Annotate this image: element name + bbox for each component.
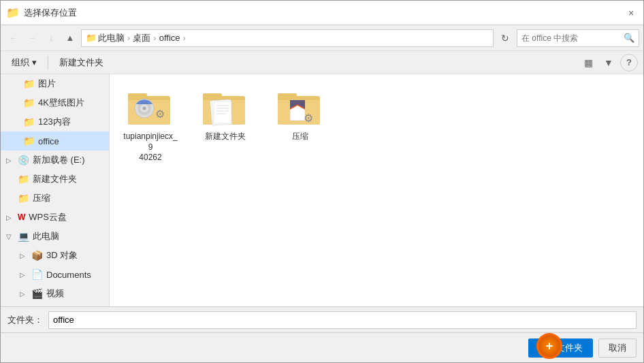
- folder-icon: 📁: [23, 116, 35, 127]
- file-item-folder3[interactable]: ⚙ 压缩: [273, 88, 327, 142]
- sidebar-item-pictures[interactable]: 📁 图片: [1, 74, 109, 93]
- path-folder-label: office: [159, 33, 180, 43]
- select-folder-button[interactable]: 选择文件夹: [528, 338, 593, 358]
- address-path[interactable]: 📁 此电脑 › 桌面 › office ›: [81, 29, 494, 47]
- folder-icon: 📁: [18, 174, 29, 185]
- expand-arrow: ▷: [6, 214, 14, 221]
- filename-label: 文件夹：: [7, 314, 43, 326]
- files-area: ⚙ tupianpinjiecx_940262: [110, 74, 643, 306]
- address-bar-row: ← → ↓ ▲ 📁 此电脑 › 桌面 › office › ↻ 🔍: [1, 25, 643, 51]
- svg-rect-13: [214, 101, 231, 123]
- toolbar-right: ▦ ▼ ?: [579, 54, 638, 72]
- sidebar: 📁 图片 📁 4K壁纸图片 📁 123内容 📁 office ▷ 💿: [1, 74, 110, 306]
- file-label: 压缩: [292, 131, 308, 142]
- expand-arrow: ▷: [20, 290, 28, 298]
- forward-button[interactable]: →: [24, 30, 40, 46]
- path-pc-label: 此电脑: [98, 32, 125, 44]
- new-folder-label: 新建文件夹: [59, 57, 103, 69]
- search-box: 🔍: [517, 29, 639, 47]
- folder-icon: 📦: [31, 250, 43, 261]
- title-bar: 📁 选择保存位置 ×: [1, 1, 643, 25]
- save-location-dialog: 📁 选择保存位置 × ← → ↓ ▲ 📁 此电脑 › 桌面 › office ›…: [0, 0, 644, 363]
- folder-icon-svg: ⚙: [276, 88, 324, 127]
- search-input[interactable]: [521, 33, 621, 43]
- sidebar-item-documents[interactable]: ▷ 📄 Documents: [1, 265, 109, 284]
- bottom-bar: 文件夹：: [1, 306, 643, 332]
- buttons-row: 选择文件夹 取消: [1, 332, 643, 362]
- sidebar-item-123[interactable]: 📁 123内容: [1, 112, 109, 131]
- sidebar-item-3d[interactable]: ▷ 📦 3D 对象: [1, 246, 109, 265]
- help-button[interactable]: ?: [620, 54, 638, 72]
- folder-icon: 📁: [23, 78, 35, 89]
- svg-text:⚙: ⚙: [155, 108, 165, 120]
- sidebar-item-this-pc[interactable]: ▽ 💻 此电脑: [1, 227, 109, 246]
- view-dropdown-button[interactable]: ▼: [600, 54, 617, 72]
- sidebar-label: 4K壁纸图片: [38, 97, 84, 109]
- sidebar-item-videos[interactable]: ▷ 🎬 视频: [1, 284, 109, 303]
- expand-arrow: ▷: [20, 271, 28, 279]
- file-item-folder2[interactable]: 新建文件夹: [198, 88, 253, 142]
- svg-text:⚙: ⚙: [304, 112, 313, 124]
- refresh-button[interactable]: ↻: [496, 29, 514, 47]
- organize-arrow: ▾: [32, 57, 37, 67]
- search-icon: 🔍: [624, 33, 634, 43]
- folder-icon: 📁: [18, 193, 29, 204]
- sidebar-item-compress[interactable]: 📁 压缩: [1, 189, 109, 208]
- folder-icon: 🎬: [31, 288, 43, 299]
- folder-icon-svg: ⚙: [127, 88, 174, 127]
- expand-arrow: ▷: [6, 157, 14, 164]
- path-sep3: ›: [183, 33, 186, 43]
- organize-button[interactable]: 组织 ▾: [6, 54, 42, 72]
- sidebar-label: 压缩: [33, 192, 50, 204]
- sidebar-label: 视频: [46, 287, 64, 300]
- sidebar-label: Documents: [46, 270, 91, 280]
- view-toggle-button[interactable]: ▦: [579, 54, 597, 72]
- sidebar-item-new-folder[interactable]: 📁 新建文件夹: [1, 170, 109, 189]
- expand-arrow: ▽: [6, 233, 14, 240]
- folder-icon: 📄: [31, 269, 43, 280]
- dialog-title: 选择保存位置: [24, 7, 77, 19]
- pc-icon: 💻: [18, 231, 29, 242]
- sidebar-item-wallpapers[interactable]: 📁 4K壁纸图片: [1, 93, 109, 112]
- file-item-folder1[interactable]: ⚙ tupianpinjiecx_940262: [123, 88, 178, 163]
- recent-locations-button[interactable]: ▲: [62, 30, 78, 46]
- file-label: tupianpinjiecx_940262: [123, 131, 178, 163]
- sidebar-label: 此电脑: [33, 230, 59, 242]
- close-button[interactable]: ×: [624, 6, 638, 20]
- new-folder-button[interactable]: 新建文件夹: [54, 54, 109, 72]
- organize-label: 组织: [12, 57, 29, 69]
- sidebar-item-office[interactable]: 📁 office: [1, 131, 109, 151]
- folder-icon-svg: [202, 88, 249, 127]
- sidebar-label: office: [38, 136, 59, 146]
- toolbar-separator: [48, 56, 48, 69]
- folder-icon: 📁: [23, 136, 35, 146]
- path-sep1: ›: [127, 33, 130, 43]
- main-content: 📁 图片 📁 4K壁纸图片 📁 123内容 📁 office ▷ 💿: [1, 74, 643, 306]
- cancel-button[interactable]: 取消: [598, 338, 637, 358]
- sidebar-label: WPS云盘: [29, 211, 67, 223]
- filename-input[interactable]: [48, 311, 637, 329]
- sidebar-item-drive-e[interactable]: ▷ 💿 新加载卷 (E:): [1, 151, 109, 170]
- sidebar-label: 新建文件夹: [33, 173, 77, 185]
- folder-icon: 📁: [23, 97, 35, 108]
- sidebar-item-wps[interactable]: ▷ W WPS云盘: [1, 208, 109, 227]
- up-button[interactable]: ↓: [43, 30, 59, 46]
- title-bar-left: 📁 选择保存位置: [6, 6, 77, 19]
- svg-point-6: [143, 107, 146, 110]
- dialog-icon: 📁: [6, 6, 20, 19]
- back-button[interactable]: ←: [5, 30, 21, 46]
- toolbar-row: 组织 ▾ 新建文件夹 ▦ ▼ ?: [1, 51, 643, 74]
- drive-icon: 💿: [18, 155, 29, 165]
- sidebar-label: 新加载卷 (E:): [33, 154, 85, 166]
- sidebar-label: 图片: [38, 78, 56, 90]
- sidebar-label: 3D 对象: [46, 249, 78, 262]
- path-sep2: ›: [153, 33, 156, 43]
- file-label: 新建文件夹: [205, 131, 246, 142]
- wps-icon: W: [18, 212, 25, 222]
- path-desktop-label: 桌面: [133, 32, 150, 44]
- path-pc: 📁: [86, 33, 97, 43]
- sidebar-label: 123内容: [38, 116, 71, 128]
- expand-arrow: ▷: [20, 252, 28, 259]
